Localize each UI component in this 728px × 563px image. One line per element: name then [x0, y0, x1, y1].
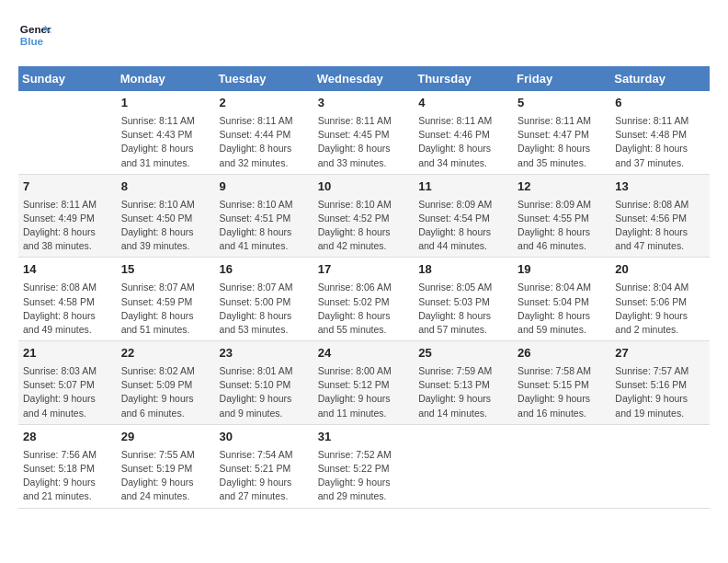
- calendar-cell: 11Sunrise: 8:09 AM Sunset: 4:54 PM Dayli…: [414, 174, 513, 258]
- calendar-cell: 16Sunrise: 8:07 AM Sunset: 5:00 PM Dayli…: [215, 258, 313, 341]
- calendar-cell: 12Sunrise: 8:09 AM Sunset: 4:55 PM Dayli…: [513, 174, 610, 258]
- day-info: Sunrise: 8:11 AM Sunset: 4:47 PM Dayligh…: [518, 114, 606, 170]
- week-row-5: 28Sunrise: 7:56 AM Sunset: 5:18 PM Dayli…: [18, 424, 710, 508]
- week-row-4: 21Sunrise: 8:03 AM Sunset: 5:07 PM Dayli…: [18, 341, 710, 425]
- calendar-cell: [610, 424, 710, 508]
- day-info: Sunrise: 8:10 AM Sunset: 4:51 PM Dayligh…: [220, 198, 309, 254]
- day-number: 29: [121, 429, 210, 446]
- day-info: Sunrise: 8:06 AM Sunset: 5:02 PM Dayligh…: [318, 281, 409, 337]
- weekday-header-friday: Friday: [513, 66, 610, 91]
- day-info: Sunrise: 8:03 AM Sunset: 5:07 PM Dayligh…: [23, 364, 112, 420]
- calendar-cell: 20Sunrise: 8:04 AM Sunset: 5:06 PM Dayli…: [610, 258, 710, 341]
- day-number: 21: [23, 345, 112, 362]
- day-number: 12: [518, 178, 606, 196]
- logo: General Blue: [18, 18, 51, 52]
- calendar-cell: 19Sunrise: 8:04 AM Sunset: 5:04 PM Dayli…: [513, 258, 610, 341]
- day-info: Sunrise: 8:10 AM Sunset: 4:52 PM Dayligh…: [318, 198, 409, 254]
- day-info: Sunrise: 8:04 AM Sunset: 5:04 PM Dayligh…: [518, 281, 606, 337]
- day-info: Sunrise: 8:09 AM Sunset: 4:54 PM Dayligh…: [418, 198, 508, 254]
- day-number: 14: [23, 261, 112, 279]
- calendar-cell: 7Sunrise: 8:11 AM Sunset: 4:49 PM Daylig…: [18, 174, 117, 258]
- day-number: 7: [23, 178, 112, 196]
- day-number: 23: [220, 345, 309, 362]
- day-number: 1: [121, 95, 210, 112]
- day-info: Sunrise: 8:10 AM Sunset: 4:50 PM Dayligh…: [121, 198, 210, 254]
- day-number: 25: [418, 345, 508, 362]
- day-info: Sunrise: 7:52 AM Sunset: 5:22 PM Dayligh…: [318, 448, 409, 504]
- calendar-cell: 3Sunrise: 8:11 AM Sunset: 4:45 PM Daylig…: [313, 91, 414, 174]
- day-number: 20: [615, 261, 705, 279]
- day-number: 31: [318, 429, 409, 446]
- calendar-cell: 10Sunrise: 8:10 AM Sunset: 4:52 PM Dayli…: [313, 174, 414, 258]
- day-info: Sunrise: 8:02 AM Sunset: 5:09 PM Dayligh…: [121, 364, 210, 420]
- day-number: 22: [121, 345, 210, 362]
- day-number: 6: [615, 95, 705, 112]
- day-number: 10: [318, 178, 409, 196]
- day-number: 24: [318, 345, 409, 362]
- logo-icon: General Blue: [18, 18, 51, 52]
- day-info: Sunrise: 8:11 AM Sunset: 4:45 PM Dayligh…: [318, 114, 409, 170]
- day-number: 27: [615, 345, 705, 362]
- weekday-header-sunday: Sunday: [18, 66, 117, 91]
- week-row-2: 7Sunrise: 8:11 AM Sunset: 4:49 PM Daylig…: [18, 174, 710, 258]
- calendar-cell: 17Sunrise: 8:06 AM Sunset: 5:02 PM Dayli…: [313, 258, 414, 341]
- calendar-cell: 8Sunrise: 8:10 AM Sunset: 4:50 PM Daylig…: [117, 174, 215, 258]
- day-info: Sunrise: 8:07 AM Sunset: 4:59 PM Dayligh…: [121, 281, 210, 337]
- day-number: 8: [121, 178, 210, 196]
- day-info: Sunrise: 8:11 AM Sunset: 4:46 PM Dayligh…: [418, 114, 508, 170]
- calendar-cell: 4Sunrise: 8:11 AM Sunset: 4:46 PM Daylig…: [414, 91, 513, 174]
- week-row-1: 1Sunrise: 8:11 AM Sunset: 4:43 PM Daylig…: [18, 91, 710, 174]
- calendar-cell: 1Sunrise: 8:11 AM Sunset: 4:43 PM Daylig…: [117, 91, 215, 174]
- weekday-header-thursday: Thursday: [414, 66, 513, 91]
- calendar-cell: 2Sunrise: 8:11 AM Sunset: 4:44 PM Daylig…: [215, 91, 313, 174]
- day-number: 3: [318, 95, 409, 112]
- calendar-cell: 21Sunrise: 8:03 AM Sunset: 5:07 PM Dayli…: [18, 341, 117, 425]
- weekday-header-tuesday: Tuesday: [215, 66, 313, 91]
- day-number: 16: [220, 261, 309, 279]
- day-info: Sunrise: 8:01 AM Sunset: 5:10 PM Dayligh…: [220, 364, 309, 420]
- day-number: 26: [518, 345, 606, 362]
- calendar-cell: 26Sunrise: 7:58 AM Sunset: 5:15 PM Dayli…: [513, 341, 610, 425]
- day-info: Sunrise: 8:11 AM Sunset: 4:49 PM Dayligh…: [23, 198, 112, 254]
- day-number: 9: [220, 178, 309, 196]
- day-info: Sunrise: 8:07 AM Sunset: 5:00 PM Dayligh…: [220, 281, 309, 337]
- calendar-cell: 18Sunrise: 8:05 AM Sunset: 5:03 PM Dayli…: [414, 258, 513, 341]
- calendar-cell: 6Sunrise: 8:11 AM Sunset: 4:48 PM Daylig…: [610, 91, 710, 174]
- calendar-cell: 22Sunrise: 8:02 AM Sunset: 5:09 PM Dayli…: [117, 341, 215, 425]
- day-number: 2: [220, 95, 309, 112]
- day-info: Sunrise: 8:11 AM Sunset: 4:44 PM Dayligh…: [220, 114, 309, 170]
- day-number: 5: [518, 95, 606, 112]
- day-info: Sunrise: 8:11 AM Sunset: 4:48 PM Dayligh…: [615, 114, 705, 170]
- day-info: Sunrise: 7:54 AM Sunset: 5:21 PM Dayligh…: [220, 448, 309, 504]
- calendar-cell: 23Sunrise: 8:01 AM Sunset: 5:10 PM Dayli…: [215, 341, 313, 425]
- calendar-cell: 5Sunrise: 8:11 AM Sunset: 4:47 PM Daylig…: [513, 91, 610, 174]
- calendar-cell: [513, 424, 610, 508]
- calendar-cell: 24Sunrise: 8:00 AM Sunset: 5:12 PM Dayli…: [313, 341, 414, 425]
- day-number: 15: [121, 261, 210, 279]
- calendar-cell: 28Sunrise: 7:56 AM Sunset: 5:18 PM Dayli…: [18, 424, 117, 508]
- calendar-cell: 29Sunrise: 7:55 AM Sunset: 5:19 PM Dayli…: [117, 424, 215, 508]
- day-info: Sunrise: 7:58 AM Sunset: 5:15 PM Dayligh…: [518, 364, 606, 420]
- weekday-header-wednesday: Wednesday: [313, 66, 414, 91]
- day-number: 13: [615, 178, 705, 196]
- day-info: Sunrise: 7:59 AM Sunset: 5:13 PM Dayligh…: [418, 364, 508, 420]
- day-number: 17: [318, 261, 409, 279]
- day-info: Sunrise: 7:55 AM Sunset: 5:19 PM Dayligh…: [121, 448, 210, 504]
- day-number: 11: [418, 178, 508, 196]
- calendar-cell: 15Sunrise: 8:07 AM Sunset: 4:59 PM Dayli…: [117, 258, 215, 341]
- calendar-cell: 27Sunrise: 7:57 AM Sunset: 5:16 PM Dayli…: [610, 341, 710, 425]
- day-info: Sunrise: 7:56 AM Sunset: 5:18 PM Dayligh…: [23, 448, 112, 504]
- day-info: Sunrise: 8:08 AM Sunset: 4:56 PM Dayligh…: [615, 198, 705, 254]
- calendar-cell: 14Sunrise: 8:08 AM Sunset: 4:58 PM Dayli…: [18, 258, 117, 341]
- day-number: 28: [23, 429, 112, 446]
- svg-text:Blue: Blue: [20, 35, 44, 47]
- calendar-cell: 31Sunrise: 7:52 AM Sunset: 5:22 PM Dayli…: [313, 424, 414, 508]
- day-number: 30: [220, 429, 309, 446]
- day-number: 4: [418, 95, 508, 112]
- day-number: 19: [518, 261, 606, 279]
- calendar-cell: 25Sunrise: 7:59 AM Sunset: 5:13 PM Dayli…: [414, 341, 513, 425]
- week-row-3: 14Sunrise: 8:08 AM Sunset: 4:58 PM Dayli…: [18, 258, 710, 341]
- day-info: Sunrise: 8:05 AM Sunset: 5:03 PM Dayligh…: [418, 281, 508, 337]
- day-info: Sunrise: 8:04 AM Sunset: 5:06 PM Dayligh…: [615, 281, 705, 337]
- calendar-table: SundayMondayTuesdayWednesdayThursdayFrid…: [18, 66, 710, 509]
